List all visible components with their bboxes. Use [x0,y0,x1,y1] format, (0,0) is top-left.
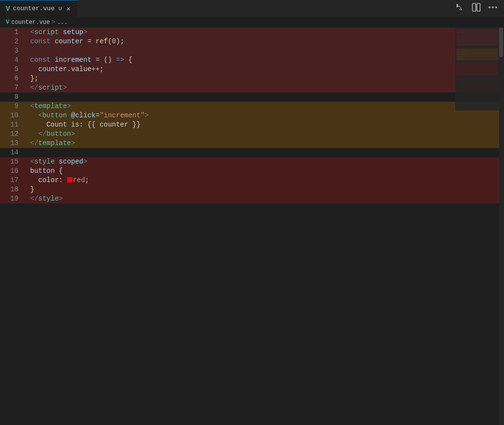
token: = [95,111,99,119]
token: </ [30,84,38,92]
split-editor-button[interactable] [469,1,484,16]
svg-rect-1 [477,3,480,11]
line-number: 9 [0,102,24,111]
tab-modified-badge: U [58,6,62,12]
table-row: 16button { [0,166,504,176]
table-row: 15<style scoped> [0,157,504,166]
token: setup [63,28,83,36]
editor-area: 1<script setup>2const counter = ref(0);3… [0,28,504,425]
token [67,111,71,119]
token: increment [54,56,91,64]
code-line: </template> [24,139,75,148]
token [59,28,63,36]
color-swatch-red [67,177,72,183]
token: color: [30,176,67,184]
token: }; [30,74,38,82]
svg-point-2 [489,6,490,8]
table-row: 6}; [0,74,504,83]
token: red [73,176,85,184]
token: = [83,37,95,45]
line-number: 4 [0,55,24,65]
line-number: 19 [0,194,24,203]
token: > [144,111,148,119]
line-number: 7 [0,83,24,92]
token: > [71,130,75,138]
line-number: 5 [0,65,24,74]
token: } [30,185,34,193]
token: style [38,195,59,203]
line-number: 16 [0,166,24,176]
token: > [71,139,75,147]
table-row: 11 Count is: {{ counter }} [0,120,504,129]
tab-close-button[interactable]: ✕ [66,4,72,14]
tab-filename: counter.vue [13,5,54,12]
active-tab[interactable]: V counter.vue U ✕ [0,0,78,17]
token: scoped [59,158,83,166]
token: const [30,56,51,64]
table-row: 14 [0,148,504,157]
token: </ [30,195,38,203]
tab-bar: V counter.vue U ✕ [0,0,504,17]
token: => [112,56,128,64]
breadcrumb-filename[interactable]: counter.vue [11,19,50,26]
line-number: 13 [0,139,24,148]
token: () [104,56,112,64]
code-line: } [24,185,34,194]
code-line: Count is: {{ counter }} [24,120,141,129]
code-line: <script setup> [24,28,88,37]
table-row: 12 </button> [0,129,504,139]
svg-point-4 [495,6,497,8]
token: { [128,56,132,64]
line-number: 3 [0,46,24,55]
token: > [63,84,67,92]
line-number: 12 [0,129,24,139]
token: button [30,167,54,175]
line-number: 10 [0,111,24,120]
code-line [24,92,30,102]
more-actions-button[interactable] [486,1,500,16]
code-line: </style> [24,194,63,203]
code-line: <template> [24,102,71,111]
token: > [83,158,87,166]
code-line: <button @click="increment"> [24,111,149,120]
breadcrumb-vue-icon: V [6,19,9,26]
code-line [24,46,30,55]
line-number: 6 [0,74,24,83]
table-row: 9<template> [0,102,504,111]
token: > [59,195,63,203]
scrollbar-thumb[interactable] [499,28,503,57]
token: </ [30,130,47,138]
breadcrumb-rest: ... [57,19,68,26]
table-row: 19</style> [0,194,504,203]
tab-bar-actions [452,1,504,16]
token: > [83,28,87,36]
token: "increment" [100,111,144,119]
vue-icon: V [6,5,10,13]
token: counter [30,65,67,73]
line-number: 17 [0,176,24,185]
table-row: 7</script> [0,83,504,92]
code-content: 1<script setup>2const counter = ref(0);3… [0,28,504,425]
token: ; [85,176,89,184]
scrollbar[interactable] [499,28,504,425]
token: { [54,167,63,175]
code-line: </button> [24,129,75,139]
token: > [67,102,71,110]
line-number: 14 [0,148,24,157]
breadcrumb-separator: > [52,19,55,26]
code-line: const counter = ref(0); [24,37,124,46]
line-number: 1 [0,28,24,37]
token: template [38,139,71,147]
token: ); [116,37,124,45]
breadcrumb-bar: V counter.vue > ... [0,17,504,28]
token: = [91,56,104,64]
svg-rect-0 [472,3,476,11]
code-line: color: red; [24,176,89,185]
git-compare-button[interactable] [452,1,467,16]
code-line: const increment = () => { [24,55,132,65]
table-row: 3 [0,46,504,55]
code-line: button { [24,166,63,176]
token: style [34,158,54,166]
line-number: 2 [0,37,24,46]
token [54,158,58,166]
